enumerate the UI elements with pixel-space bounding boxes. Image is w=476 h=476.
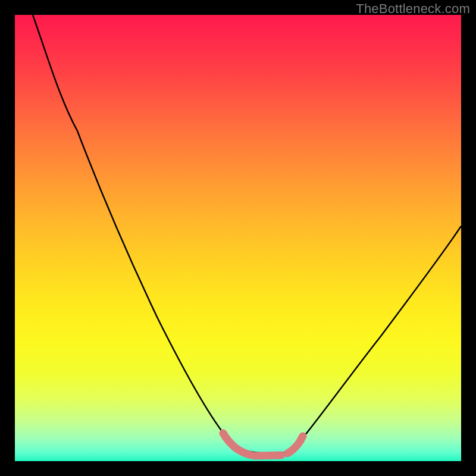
optimal-highlight-bottom: [255, 455, 281, 456]
chart-frame: TheBottleneck.com: [0, 0, 476, 476]
bottleneck-curve-svg: [15, 15, 461, 461]
optimal-highlight-left: [223, 433, 252, 455]
plot-area: [15, 15, 461, 461]
bottleneck-curve: [33, 15, 461, 453]
optimal-highlight-right: [287, 436, 303, 453]
